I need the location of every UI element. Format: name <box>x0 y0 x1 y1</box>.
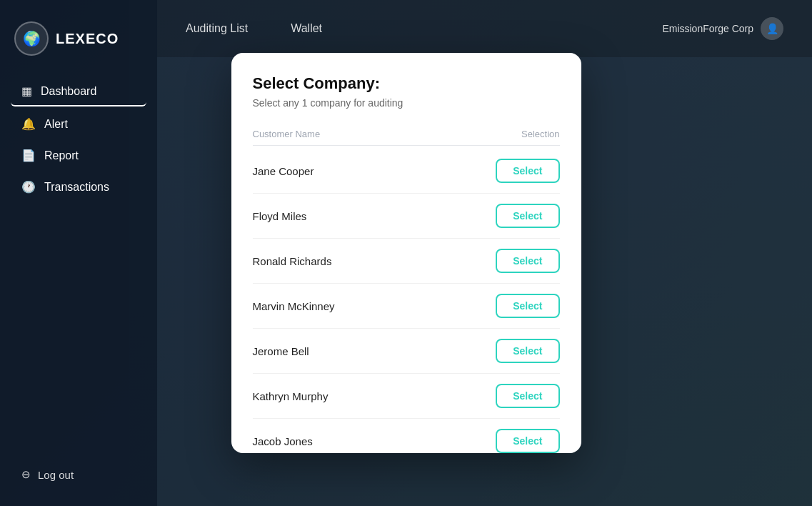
customer-name-7: Jacob Jones <box>253 435 313 447</box>
select-button-7[interactable]: Select <box>496 429 559 453</box>
table-row: Marvin McKinneySelect <box>253 284 560 329</box>
customer-name-6: Kathryn Murphy <box>253 390 329 402</box>
select-button-5[interactable]: Select <box>496 339 559 363</box>
table-row: Jane CooperSelect <box>253 149 560 194</box>
customer-name-4: Marvin McKinney <box>253 300 335 312</box>
table-header: Customer Name Selection <box>253 123 560 146</box>
select-button-1[interactable]: Select <box>496 159 559 183</box>
modal-subtitle: Select any 1 company for auditing <box>253 97 560 109</box>
select-button-3[interactable]: Select <box>496 249 559 273</box>
modal-title: Select Company: <box>253 74 560 93</box>
table-row: Floyd MilesSelect <box>253 194 560 239</box>
customer-name-1: Jane Cooper <box>253 165 314 177</box>
customer-name-5: Jerome Bell <box>253 345 309 357</box>
customer-list: Jane CooperSelectFloyd MilesSelectRonald… <box>253 149 560 453</box>
select-button-6[interactable]: Select <box>496 384 559 408</box>
modal-overlay: Select Company: Select any 1 company for… <box>0 0 812 506</box>
customer-name-2: Floyd Miles <box>253 210 307 222</box>
table-row: Jerome BellSelect <box>253 329 560 374</box>
selection-header: Selection <box>521 129 559 139</box>
table-row: Ronald RichardsSelect <box>253 239 560 284</box>
customer-name-header: Customer Name <box>253 129 321 139</box>
table-row: Jacob JonesSelect <box>253 419 560 453</box>
select-button-2[interactable]: Select <box>496 204 559 228</box>
select-company-modal: Select Company: Select any 1 company for… <box>231 53 581 453</box>
select-button-4[interactable]: Select <box>496 294 559 318</box>
table-row: Kathryn MurphySelect <box>253 374 560 419</box>
customer-name-3: Ronald Richards <box>253 255 332 267</box>
